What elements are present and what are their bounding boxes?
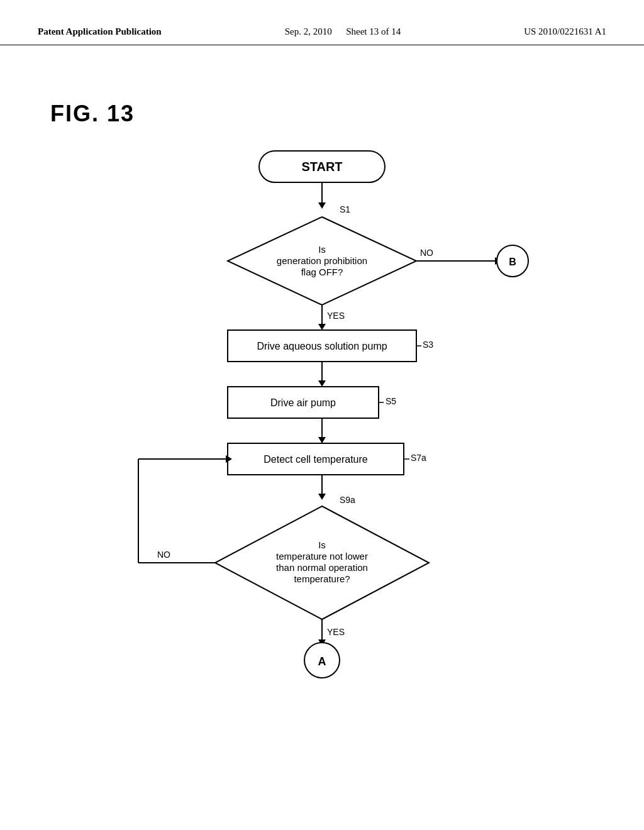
s5-step-label: S5: [386, 396, 396, 406]
a-connector: A: [318, 655, 326, 668]
s3-step-label: S3: [423, 340, 433, 350]
figure-title: FIG. 13: [50, 101, 135, 127]
s9a-yes-label: YES: [327, 627, 345, 637]
s1-text-line2: generation prohibition: [277, 255, 367, 266]
s9a-text-line1: Is: [318, 540, 326, 550]
svg-marker-16: [318, 437, 326, 443]
s5-text: Drive air pump: [270, 397, 336, 408]
s1-yes-label: YES: [327, 311, 345, 321]
svg-marker-12: [318, 380, 326, 387]
s3-text: Drive aqueous solution pump: [257, 341, 387, 351]
date-label: Sep. 2, 2010: [285, 26, 332, 36]
publication-label: Patent Application Publication: [38, 26, 162, 36]
flowchart-diagram: START S1 Is generation prohibition flag …: [0, 132, 644, 799]
s9a-text-line3: than normal operation: [276, 562, 368, 573]
page-header: Patent Application Publication Sep. 2, 2…: [0, 0, 644, 45]
s1-no-label: NO: [420, 248, 433, 258]
s1-step-label: S1: [340, 204, 350, 214]
s9a-step-label: S9a: [340, 495, 355, 505]
s1-text-line3: flag OFF?: [301, 267, 343, 277]
s7a-text: Detect cell temperature: [264, 454, 368, 465]
s9a-text-line2: temperature not lower: [276, 551, 368, 562]
sheet-label: Sheet 13 of 14: [346, 26, 401, 36]
svg-marker-2: [318, 202, 326, 209]
patent-number-label: US 2010/0221631 A1: [524, 26, 606, 36]
header-center: Sep. 2, 2010 Sheet 13 of 14: [285, 25, 401, 38]
b-connector: B: [509, 257, 516, 267]
svg-marker-20: [318, 494, 326, 500]
header-right: US 2010/0221631 A1: [524, 25, 606, 38]
s9a-no-label: NO: [157, 550, 170, 560]
s7a-step-label: S7a: [411, 453, 426, 463]
svg-marker-8: [318, 324, 326, 330]
s9a-text-line4: temperature?: [294, 573, 350, 584]
header-left: Patent Application Publication: [38, 25, 162, 38]
start-label: START: [301, 160, 342, 174]
s1-text-line1: Is: [318, 244, 326, 255]
